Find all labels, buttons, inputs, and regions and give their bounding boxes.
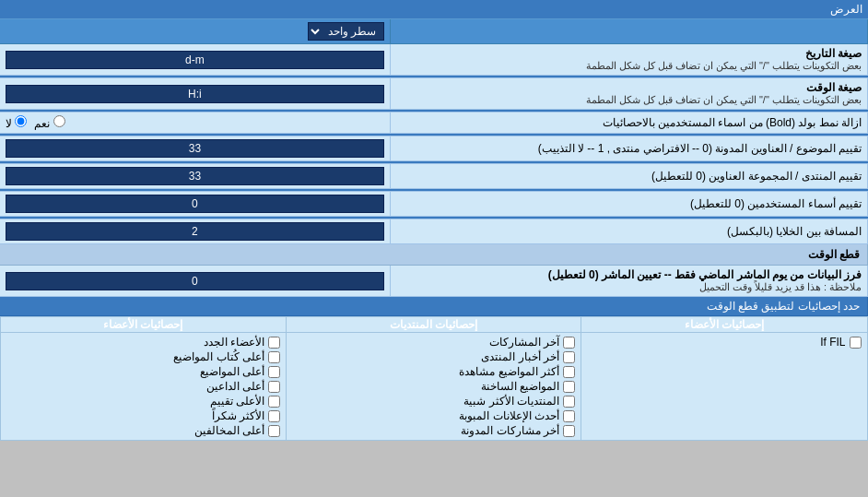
display-dropdown[interactable]: سطر واحد xyxy=(308,22,384,41)
stats-cb-col2-0[interactable] xyxy=(563,337,575,349)
stats-cb-col1-1-label: أعلى كُتاب المواضيع xyxy=(173,350,264,363)
forum-order-input[interactable] xyxy=(6,167,384,185)
time-format-label: صيغة الوقت xyxy=(396,81,862,94)
stats-cb-col1-0[interactable] xyxy=(268,337,280,349)
stats-col-header-3: إحصائيات الأعضاء xyxy=(685,318,764,331)
realtime-filter-label: فرز البيانات من يوم الماشر الماضي فقط --… xyxy=(396,268,862,281)
list-item: الأكثر شكراً xyxy=(5,408,283,423)
list-item: المنتديات الأكثر شبية xyxy=(290,394,577,408)
bold-yes-radio[interactable] xyxy=(53,115,65,127)
stats-cb-col3-0-label: If FIL xyxy=(820,336,845,349)
list-item: أعلى كُتاب المواضيع xyxy=(5,349,283,364)
stats-cb-col1-2[interactable] xyxy=(268,366,280,378)
list-item: الأعلى تقييم xyxy=(5,394,283,408)
stats-cb-col1-4[interactable] xyxy=(268,396,280,408)
usernames-input[interactable] xyxy=(6,195,384,213)
topics-order-label: تقييم الموضوع / العناوين المدونة (0 -- ا… xyxy=(538,142,862,155)
stats-cb-col1-4-label: الأعلى تقييم xyxy=(210,395,264,408)
stats-cb-col1-6[interactable] xyxy=(268,425,280,437)
stats-cb-col1-2-label: أعلى المواضيع xyxy=(200,365,264,378)
stats-cb-col2-2-label: أكثر المواضيع مشاهدة xyxy=(459,365,559,378)
cell-distance-label: المسافة بين الخلايا (بالبكسل) xyxy=(727,225,862,238)
stats-cb-col2-3-label: المواضيع الساخنة xyxy=(481,380,559,393)
list-item: الأعضاء الجدد xyxy=(5,335,283,349)
list-item: أعلى المواضيع xyxy=(5,364,283,379)
topics-order-input[interactable] xyxy=(6,139,384,158)
time-format-input[interactable] xyxy=(6,85,384,103)
stats-cb-col2-1-label: أخر أخبار المنتدى xyxy=(481,350,559,363)
realtime-filter-input[interactable] xyxy=(6,272,384,290)
list-item: If FIL xyxy=(585,335,863,349)
list-item: أحدث الإعلانات المبوبة xyxy=(290,408,577,423)
stats-col-header-1: إحصائيات الأعضاء xyxy=(103,318,182,331)
stats-cb-col2-5-label: أحدث الإعلانات المبوبة xyxy=(459,409,559,422)
stats-cb-col1-5-label: الأكثر شكراً xyxy=(212,409,264,422)
stats-cb-col2-2[interactable] xyxy=(563,366,575,378)
bold-no-label: لا xyxy=(6,115,27,130)
bold-yes-label: نعم xyxy=(34,115,65,130)
stats-cb-col2-3[interactable] xyxy=(563,381,575,393)
stats-cb-col2-5[interactable] xyxy=(563,410,575,422)
forum-order-label: تقييم المنتدى / المجموعة العناوين (0 للت… xyxy=(651,170,862,183)
stats-cb-col1-6-label: أعلى المخالفين xyxy=(194,424,264,437)
list-item: أعلى المخالفين xyxy=(5,423,283,438)
stats-cb-col1-0-label: الأعضاء الجدد xyxy=(204,336,264,349)
list-item: أخر أخبار المنتدى xyxy=(290,349,577,364)
stats-cb-col1-5[interactable] xyxy=(268,410,280,422)
list-item: المواضيع الساخنة xyxy=(290,379,577,394)
list-item: آخر المشاركات xyxy=(290,335,577,349)
stats-cb-col1-1[interactable] xyxy=(268,351,280,363)
date-format-input[interactable] xyxy=(6,51,384,69)
stats-cb-col1-3[interactable] xyxy=(268,381,280,393)
stats-cb-col2-6[interactable] xyxy=(563,425,575,437)
bold-no-radio[interactable] xyxy=(15,115,27,127)
stats-cb-col2-0-label: آخر المشاركات xyxy=(489,336,559,349)
date-format-desc: بعض التكوينات يتطلب "/" التي يمكن ان تضا… xyxy=(396,60,862,72)
time-format-desc: بعض التكوينات يتطلب "/" التي يمكن ان تضا… xyxy=(396,94,862,106)
list-item: أكثر المواضيع مشاهدة xyxy=(290,364,577,379)
stats-cb-col2-6-label: أخر مشاركات المدونة xyxy=(461,424,559,437)
list-item: أعلى الداعين xyxy=(5,379,283,394)
realtime-filter-note: ملاحظة : هذا قد يزيد قليلاً وقت التحميل xyxy=(396,281,862,293)
date-format-label: صيغة التاريخ xyxy=(396,47,862,60)
bold-label: ازالة نمط بولد (Bold) من اسماء المستخدمي… xyxy=(603,116,862,129)
stats-cb-col2-4-label: المنتديات الأكثر شبية xyxy=(463,395,559,408)
page-title: العرض xyxy=(830,3,862,16)
list-item: أخر مشاركات المدونة xyxy=(290,423,577,438)
stats-cb-col2-4[interactable] xyxy=(563,396,575,408)
stats-cb-col1-3-label: أعلى الداعين xyxy=(206,380,264,393)
stats-cb-col3-0[interactable] xyxy=(850,337,862,349)
stats-col-header-2: إحصائيات المنتديات xyxy=(390,318,477,331)
cell-distance-input[interactable] xyxy=(6,222,384,241)
usernames-label: تقييم أسماء المستخدمين (0 للتعطيل) xyxy=(690,197,862,210)
realtime-section-header: قطع الوقت xyxy=(808,248,860,261)
stats-cb-col2-1[interactable] xyxy=(563,351,575,363)
stats-apply-label: حدد إحصائيات لتطبيق قطع الوقت xyxy=(707,300,860,313)
